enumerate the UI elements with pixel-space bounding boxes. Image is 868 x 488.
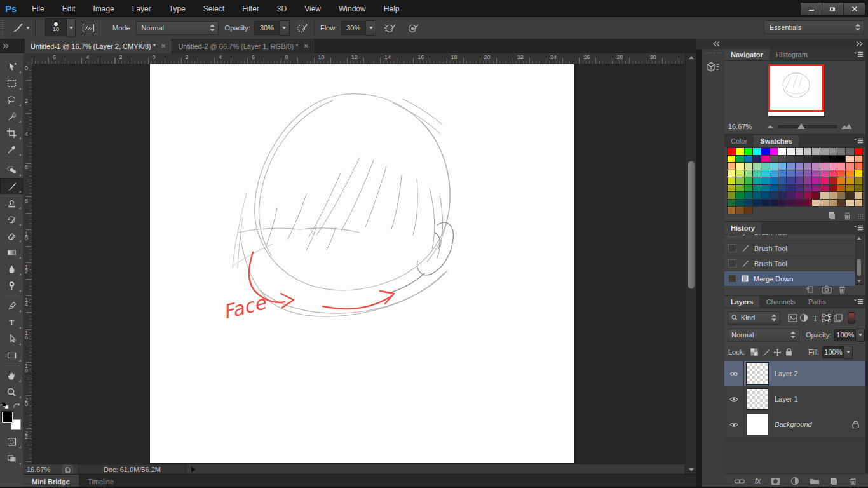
opacity-dropdown[interactable] [280,20,290,36]
swatch[interactable] [745,185,752,192]
filter-type-layers-icon[interactable]: T [810,313,821,323]
menu-3d[interactable]: 3D [268,0,295,17]
tab-mini-bridge[interactable]: Mini Bridge [23,475,79,488]
swap-colors-icon[interactable] [13,403,20,409]
swatch[interactable] [778,156,786,163]
navigator-view-box[interactable] [768,64,824,112]
swatch[interactable] [778,163,786,170]
swatch[interactable] [796,163,803,170]
vertical-ruler[interactable]: 024681 01 21 41 61 82 02 2 [23,64,32,464]
tab-close-icon[interactable]: ✕ [161,43,166,50]
brush-tool-preset-icon[interactable] [11,22,25,34]
menu-file[interactable]: File [23,0,53,17]
tool-path-selection[interactable] [0,330,23,347]
brush-preset-picker[interactable]: 10 [45,18,76,37]
3d-panel-icon[interactable] [703,57,722,78]
swatch[interactable] [804,156,811,163]
vertical-scroll-thumb[interactable] [688,161,695,289]
new-group-folder-icon[interactable] [810,477,820,485]
swatch[interactable] [761,185,769,192]
tool-brush[interactable] [0,178,23,194]
swatch[interactable] [745,192,752,199]
tab-paths[interactable]: Paths [802,296,832,308]
tab-timeline[interactable]: Timeline [79,475,123,488]
swatch[interactable] [855,200,862,207]
swatch[interactable] [761,163,769,170]
swatch[interactable] [855,177,862,184]
swatch[interactable] [796,156,803,163]
swatch[interactable] [778,200,786,207]
swatch[interactable] [820,163,828,170]
foreground-background-colors[interactable] [2,412,21,430]
opacity-pressure-icon[interactable] [296,22,309,34]
swatch[interactable] [820,200,828,207]
tool-dodge[interactable] [0,277,23,294]
swatch[interactable] [837,170,845,177]
swatch[interactable] [837,200,845,207]
add-adjustment-layer-icon[interactable] [790,477,799,485]
swatch[interactable] [761,148,769,155]
swatch[interactable] [804,177,811,184]
swatch[interactable] [761,192,769,199]
swatch[interactable] [787,185,794,192]
swatch[interactable] [736,163,743,170]
airbrush-icon[interactable] [384,22,398,34]
collapse-dock-icon[interactable] [713,41,720,46]
swatch[interactable] [753,185,761,192]
swatch[interactable] [745,170,752,177]
swatch[interactable] [820,192,828,199]
navigator-zoom-slider[interactable] [778,125,837,128]
expand-dock-icon[interactable] [856,41,863,46]
swatch[interactable] [787,177,794,184]
ruler-origin-corner[interactable] [23,53,32,64]
tab-color[interactable]: Color [724,135,754,147]
flow-pressure-icon[interactable] [407,22,419,34]
swatch[interactable] [837,156,845,163]
tool-magic-wand[interactable] [0,108,23,125]
vertical-scrollbar[interactable] [685,53,698,474]
swatch[interactable] [728,148,735,155]
visibility-cell[interactable] [724,386,744,412]
layer-opacity-dropdown[interactable] [856,329,865,342]
swatch[interactable] [778,192,786,199]
swatch[interactable] [745,148,752,155]
swatch[interactable] [728,163,735,170]
swatch[interactable] [846,200,853,207]
swatch[interactable] [736,185,743,192]
navigator-thumbnail[interactable] [768,64,824,116]
delete-state-trash-icon[interactable] [838,285,846,294]
swatch[interactable] [770,177,778,184]
history-source-checkbox[interactable] [728,234,736,237]
swatch[interactable] [745,156,752,163]
swatch[interactable] [855,170,862,177]
menu-image[interactable]: Image [84,0,123,17]
swatch[interactable] [812,200,820,207]
scroll-down-icon[interactable] [857,280,861,283]
swatch[interactable] [728,177,735,184]
new-layer-icon[interactable] [830,477,839,485]
menu-window[interactable]: Window [330,0,375,17]
swatch[interactable] [837,192,845,199]
swatch[interactable] [770,185,778,192]
panel-menu-icon[interactable] [854,51,863,58]
swatch[interactable] [829,200,837,207]
swatch[interactable] [770,200,778,207]
new-swatch-icon[interactable] [828,212,837,220]
swatch[interactable] [812,163,820,170]
swatch[interactable] [812,177,820,184]
swatch[interactable] [787,163,794,170]
swatch[interactable] [787,156,794,163]
menu-layer[interactable]: Layer [123,0,160,17]
tab-swatches[interactable]: Swatches [754,135,799,147]
screen-mode-button[interactable] [0,450,23,466]
layer-row-layer-1[interactable]: Layer 1 [724,386,865,412]
panel-menu-icon[interactable] [854,138,863,144]
swatch[interactable] [796,200,803,207]
swatch[interactable] [796,148,803,155]
swatch[interactable] [812,185,820,192]
swatch[interactable] [829,170,837,177]
history-source-checkbox[interactable] [728,259,736,268]
swatch[interactable] [846,170,853,177]
tab-layers[interactable]: Layers [724,296,759,308]
scroll-down-icon[interactable] [689,468,694,471]
